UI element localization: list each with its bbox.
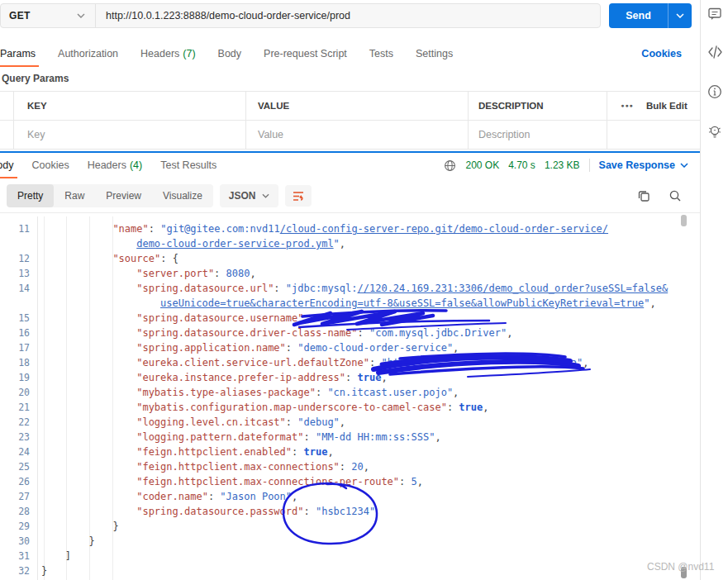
postman-main-panel: GET http://10.0.1.223:8888/demo-cloud-or… [0,0,700,580]
line-number: 30 [0,534,30,549]
right-sidebar-rail [700,0,728,580]
response-headers-count-badge: (4) [130,159,142,171]
line-number: 16 [0,326,30,340]
table-border [0,149,700,150]
code-line: 30} [0,534,700,549]
tab-headers[interactable]: Headers(7) [140,41,196,66]
line-number: 22 [0,415,30,430]
code-line: 25"feign.httpclient.max-connections": 20… [0,459,700,474]
code-line: 15"spring.datasource.username": [0,311,700,326]
view-mode-segment: Pretty Raw Preview Visualize [7,184,213,207]
line-number: 24 [0,445,30,459]
lightbulb-icon[interactable] [707,124,722,139]
search-response-icon[interactable] [669,185,682,207]
column-header-value: VALUE [258,91,289,120]
chevron-down-icon [77,13,85,18]
code-line: 31] [0,549,700,563]
code-line: 28"spring.datasource.password": "hsbc123… [0,504,700,519]
view-tab-raw[interactable]: Raw [54,184,95,207]
query-params-title: Query Params [2,73,69,84]
send-options-caret[interactable] [668,3,692,28]
code-line: 19"eureka.instance.prefer-ip-address": t… [0,370,700,385]
tab-pre-request-script[interactable]: Pre-request Script [264,41,347,66]
key-input[interactable]: Key [27,120,45,150]
view-tab-visualize[interactable]: Visualize [152,184,213,207]
more-options-icon[interactable]: ●●● [618,91,636,120]
response-tab-headers[interactable]: Headers(4) [88,153,143,178]
code-line: 20"mybatis.type-aliases-package": "cn.it… [0,385,700,400]
view-tab-preview[interactable]: Preview [95,184,152,207]
comments-icon[interactable] [707,7,722,21]
copy-response-icon[interactable] [637,185,650,207]
code-line: 23"logging.pattern.dateformat": "MM-dd H… [0,430,700,445]
response-tab-test-results[interactable]: Test Results [160,153,216,178]
url-input[interactable]: http://10.0.1.223:8888/demo-cloud-order-… [96,4,600,27]
method-select[interactable]: GET [1,4,96,27]
format-select[interactable]: JSON [220,184,278,207]
status-badge[interactable]: 200 OK [465,159,499,171]
table-border [468,91,469,150]
response-tabs: Body Cookies Headers(4) Test Results [0,154,216,177]
code-line: demo-cloud-order-service-prod.yml", [0,236,700,251]
line-number: 13 [0,266,30,281]
response-tab-cookies[interactable]: Cookies [32,153,69,178]
code-snippet-icon[interactable] [707,45,722,59]
line-number: 14 [0,281,30,296]
cookies-link[interactable]: Cookies [641,41,682,66]
response-meta: 200 OK 4.70 s 1.23 KB Save Response [444,154,688,177]
request-tabs: Params Authorization Headers(7) Body Pre… [0,41,700,66]
send-button[interactable]: Send [609,3,692,28]
view-tab-pretty[interactable]: Pretty [7,184,54,207]
tab-settings[interactable]: Settings [416,41,453,66]
line-number: 15 [0,311,30,326]
save-response-button[interactable]: Save Response [599,159,688,171]
table-border [0,91,700,92]
code-line: 14"spring.datasource.url": "jdbc:mysql:/… [0,281,700,296]
response-tab-body[interactable]: Body [0,153,14,178]
code-line: 17"spring.application.name": "demo-cloud… [0,340,700,355]
format-label: JSON [229,190,256,202]
code-line: 29} [0,519,700,534]
line-number: 20 [0,385,30,400]
tab-authorization[interactable]: Authorization [58,41,118,66]
line-number: 28 [0,504,30,519]
response-time[interactable]: 4.70 s [508,159,535,171]
scrollbar-thumb[interactable] [681,215,687,226]
wrap-lines-button[interactable] [285,185,312,207]
code-line: 21"mybatis.configuration.map-underscore-… [0,400,700,415]
description-input[interactable]: Description [478,120,531,150]
bulk-edit-button[interactable]: Bulk Edit [646,91,688,120]
code-line: 27"coder.name": "Jason Poon", [0,489,700,504]
code-line: 13"server.port": 8080, [0,266,700,281]
column-header-key: KEY [27,91,47,120]
info-icon[interactable] [707,84,722,99]
code-line: 12"source": { [0,251,700,266]
tab-tests[interactable]: Tests [369,41,393,66]
code-line: 18"eureka.client.service-url.defaultZone… [0,355,700,370]
line-number: 21 [0,400,30,415]
line-number: 12 [0,251,30,266]
line-number: 25 [0,459,30,474]
response-body-json: 11"name": "git@gitee.com:nvd11/cloud-con… [0,212,700,580]
method-label: GET [9,10,31,21]
line-number: 32 [0,563,30,578]
tab-params[interactable]: Params [0,41,36,66]
watermark: CSDN @nvd11 [647,561,714,573]
value-input[interactable]: Value [258,120,283,150]
table-border [245,91,246,150]
code-line: 11"name": "git@gitee.com:nvd11/cloud-con… [0,221,700,236]
tab-body[interactable]: Body [218,41,242,66]
line-number: 31 [0,549,30,563]
headers-count-badge: (7) [183,48,195,59]
line-number: 29 [0,519,30,534]
table-border [13,91,14,150]
response-size[interactable]: 1.23 KB [545,159,580,171]
code-line: 22"logging.level.cn.itcast": "debug", [0,415,700,430]
column-header-description: DESCRIPTION [478,91,544,120]
table-border [607,91,607,150]
line-number: 19 [0,370,30,385]
code-line: 32} [0,563,700,578]
network-globe-icon[interactable] [444,159,456,172]
response-view-toolbar: Pretty Raw Preview Visualize JSON [7,183,312,209]
code-rows: 11"name": "git@gitee.com:nvd11/cloud-con… [0,221,700,578]
